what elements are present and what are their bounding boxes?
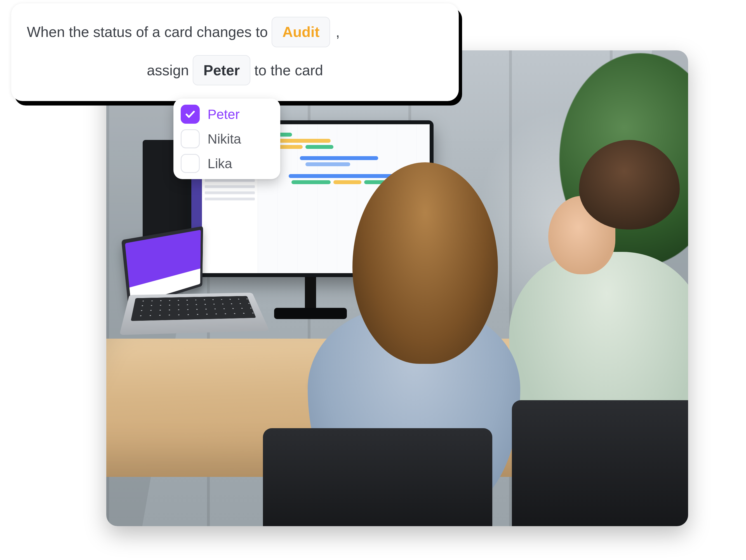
assignee-option-label: Nikita <box>207 131 241 147</box>
laptop-keyboard <box>131 296 256 321</box>
status-chip[interactable]: Audit <box>271 17 330 47</box>
laptop <box>122 229 259 331</box>
assignee-option-label: Peter <box>207 107 240 122</box>
checkbox-empty-icon[interactable] <box>181 129 200 148</box>
rule-text: , <box>336 21 340 44</box>
automation-rule-card: When the status of a card changes to Aud… <box>11 3 459 101</box>
assignee-option-label: Lika <box>207 156 232 171</box>
rule-text: to the card <box>254 59 323 82</box>
rule-line-1: When the status of a card changes to Aud… <box>27 17 443 47</box>
check-icon <box>184 109 196 120</box>
rule-text: assign <box>147 59 189 82</box>
checkbox-checked-icon[interactable] <box>181 105 200 124</box>
office-chair <box>263 428 492 526</box>
checkbox-empty-icon[interactable] <box>181 154 200 173</box>
assignee-option-nikita[interactable]: Nikita <box>181 129 273 148</box>
office-chair <box>512 400 688 526</box>
assignee-option-lika[interactable]: Lika <box>181 154 273 173</box>
assignee-dropdown[interactable]: Peter Nikita Lika <box>173 99 280 179</box>
rule-line-2: assign Peter to the card <box>27 55 443 86</box>
assignee-option-peter[interactable]: Peter <box>181 105 273 124</box>
rule-text: When the status of a card changes to <box>27 21 268 44</box>
assignee-chip[interactable]: Peter <box>193 55 250 86</box>
